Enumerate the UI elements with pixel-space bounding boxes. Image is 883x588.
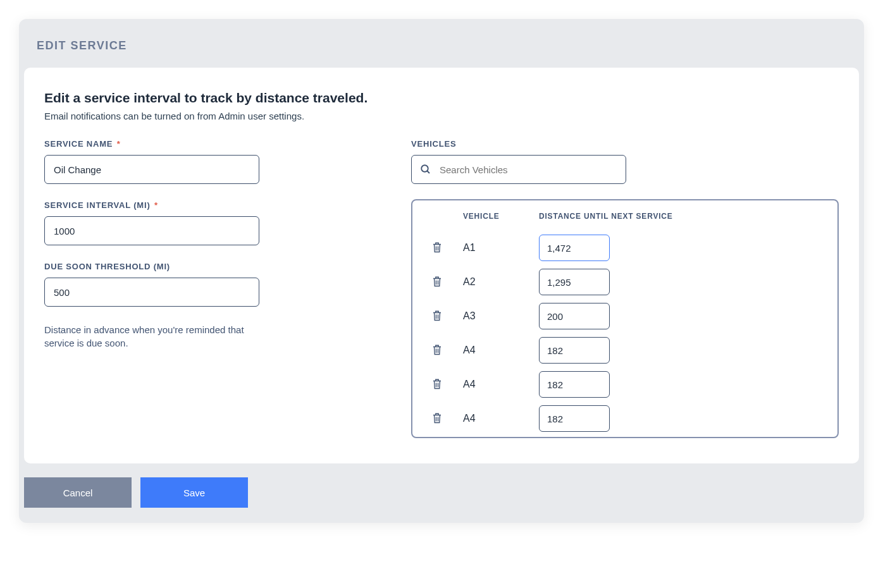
svg-line-1 bbox=[427, 171, 429, 173]
vehicle-cell: A3 bbox=[463, 299, 539, 333]
delete-row-button[interactable] bbox=[429, 238, 445, 258]
vehicles-table-scroll[interactable]: VEHICLE DISTANCE UNTIL NEXT SERVICE A1A2… bbox=[412, 200, 837, 437]
table-row: A4 bbox=[425, 333, 825, 367]
vehicle-cell: A2 bbox=[463, 265, 539, 299]
interval-label-text: SERVICE INTERVAL (MI) bbox=[44, 200, 151, 210]
panel-title: EDIT SERVICE bbox=[19, 19, 864, 68]
button-row: Cancel Save bbox=[19, 463, 864, 523]
threshold-field: DUE SOON THRESHOLD (MI) bbox=[44, 262, 259, 307]
card-heading: Edit a service interval to track by dist… bbox=[44, 90, 839, 106]
interval-field: SERVICE INTERVAL (MI) * bbox=[44, 200, 259, 245]
threshold-help-text: Distance in advance when you're reminded… bbox=[44, 323, 259, 350]
table-row: A2 bbox=[425, 265, 825, 299]
vehicle-cell: A4 bbox=[463, 367, 539, 401]
trash-icon bbox=[431, 377, 443, 392]
interval-label: SERVICE INTERVAL (MI) * bbox=[44, 200, 259, 210]
vehicle-cell: A4 bbox=[463, 333, 539, 367]
delete-row-button[interactable] bbox=[429, 375, 445, 395]
delete-row-button[interactable] bbox=[429, 307, 445, 326]
distance-input[interactable] bbox=[539, 235, 610, 261]
cancel-button[interactable]: Cancel bbox=[24, 477, 132, 508]
interval-input[interactable] bbox=[44, 216, 259, 245]
vehicle-cell: A4 bbox=[463, 401, 539, 436]
vehicle-cell: A1 bbox=[463, 231, 539, 265]
trash-icon bbox=[431, 412, 443, 426]
card-subheading: Email notifications can be turned on fro… bbox=[44, 111, 839, 121]
delete-row-button[interactable] bbox=[429, 341, 445, 360]
service-name-field: SERVICE NAME * bbox=[44, 139, 259, 184]
trash-icon bbox=[431, 343, 443, 358]
service-name-input[interactable] bbox=[44, 155, 259, 184]
vehicles-label: VEHICLES bbox=[411, 139, 839, 149]
vehicles-table-box: VEHICLE DISTANCE UNTIL NEXT SERVICE A1A2… bbox=[411, 199, 839, 438]
table-row: A4 bbox=[425, 401, 825, 436]
trash-icon bbox=[431, 241, 443, 255]
service-name-label: SERVICE NAME * bbox=[44, 139, 259, 149]
save-button[interactable]: Save bbox=[140, 477, 248, 508]
trash-icon bbox=[431, 309, 443, 324]
col-delete-header bbox=[425, 212, 463, 231]
col-vehicle-header: VEHICLE bbox=[463, 212, 539, 231]
distance-input[interactable] bbox=[539, 337, 610, 364]
distance-input[interactable] bbox=[539, 371, 610, 398]
table-row: A1 bbox=[425, 231, 825, 265]
col-distance-header: DISTANCE UNTIL NEXT SERVICE bbox=[539, 212, 825, 231]
vehicles-table: VEHICLE DISTANCE UNTIL NEXT SERVICE A1A2… bbox=[425, 212, 825, 436]
right-column: VEHICLES VEHICLE bbox=[411, 139, 839, 438]
form-columns: SERVICE NAME * SERVICE INTERVAL (MI) * D… bbox=[44, 139, 839, 438]
table-row: A4 bbox=[425, 367, 825, 401]
threshold-input[interactable] bbox=[44, 278, 259, 307]
distance-input[interactable] bbox=[539, 405, 610, 432]
left-column: SERVICE NAME * SERVICE INTERVAL (MI) * D… bbox=[44, 139, 259, 438]
delete-row-button[interactable] bbox=[429, 273, 445, 292]
trash-icon bbox=[431, 275, 443, 290]
vehicle-search-input[interactable] bbox=[411, 155, 626, 184]
required-mark: * bbox=[114, 139, 120, 149]
service-name-label-text: SERVICE NAME bbox=[44, 139, 113, 149]
threshold-label-text: DUE SOON THRESHOLD (MI) bbox=[44, 262, 170, 271]
form-card: Edit a service interval to track by dist… bbox=[24, 68, 859, 463]
distance-input[interactable] bbox=[539, 303, 610, 329]
edit-service-panel: EDIT SERVICE Edit a service interval to … bbox=[19, 19, 864, 523]
search-wrap bbox=[411, 155, 626, 184]
search-icon bbox=[420, 164, 431, 175]
distance-input[interactable] bbox=[539, 269, 610, 295]
delete-row-button[interactable] bbox=[429, 409, 445, 429]
svg-point-0 bbox=[421, 165, 428, 172]
table-row: A3 bbox=[425, 299, 825, 333]
required-mark: * bbox=[152, 200, 158, 210]
threshold-label: DUE SOON THRESHOLD (MI) bbox=[44, 262, 259, 271]
